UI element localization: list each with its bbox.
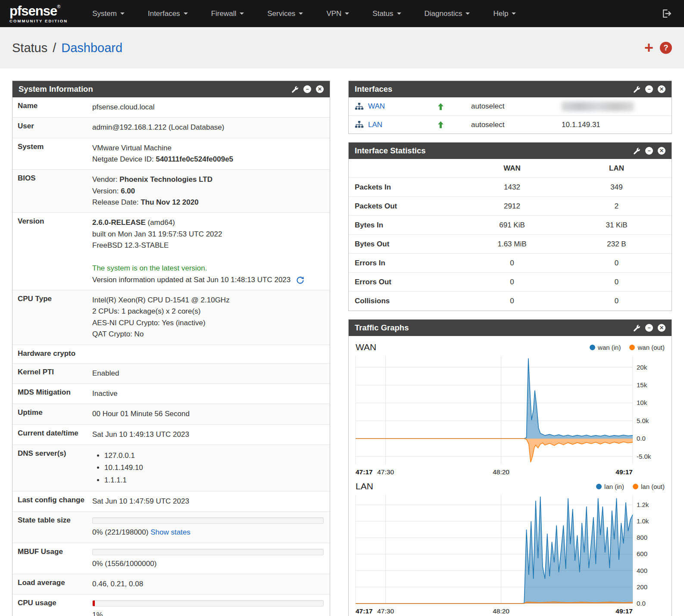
mbuf-text: 0% (1556/1000000)	[92, 560, 156, 568]
row-label: Bytes Out	[355, 240, 462, 249]
close-icon[interactable]: ✕	[316, 85, 324, 93]
minimize-icon[interactable]: −	[303, 85, 311, 93]
show-states-link[interactable]: Show states	[150, 528, 191, 536]
main-menu: System Interfaces Firewall Services VPN …	[81, 0, 528, 27]
cell-value: 0	[562, 278, 672, 286]
nav-item-status[interactable]: Status	[361, 0, 412, 27]
bios-value: Vendor: Phoenix Technologies LTD Version…	[92, 170, 330, 212]
wrench-icon[interactable]	[633, 324, 640, 332]
wan-ip-redacted	[562, 102, 634, 111]
nav-item-vpn[interactable]: VPN	[315, 0, 361, 27]
arrow-up-icon	[437, 103, 445, 111]
nav-label: Services	[267, 9, 295, 18]
column-header-wan: WAN	[462, 164, 562, 173]
nav-item-help[interactable]: Help	[481, 0, 528, 27]
nav-label: Firewall	[211, 9, 237, 18]
nav-item-services[interactable]: Services	[256, 0, 315, 27]
chevron-down-icon	[120, 12, 125, 15]
minimize-icon[interactable]: −	[645, 147, 653, 155]
wan-link[interactable]: WAN	[368, 102, 385, 111]
svg-text:49:17: 49:17	[615, 607, 633, 615]
row-label: Hardware crypto	[12, 345, 92, 363]
bios-vendor: Phoenix Technologies LTD	[119, 175, 212, 184]
legend-item: lan (out)	[633, 483, 665, 490]
table-row: State table size 0% (221/198000) Show st…	[12, 512, 330, 543]
mbuf-progressbar	[92, 549, 324, 555]
svg-text:47:30: 47:30	[377, 468, 394, 476]
nav-label: Status	[372, 9, 393, 18]
load-average-value: 0.46, 0.21, 0.08	[92, 574, 330, 594]
lan-traffic-chart: LAN lan (in)lan (out) 1.2k1.0k8006004002…	[355, 481, 665, 616]
table-row: System VMware Virtual Machine Netgate De…	[12, 138, 330, 170]
add-widget-icon[interactable]: +	[644, 40, 653, 56]
breadcrumb-separator: /	[53, 41, 56, 55]
row-label: Name	[12, 97, 92, 117]
wrench-icon[interactable]	[633, 147, 640, 155]
cell-value: 0	[462, 259, 562, 268]
minimize-icon[interactable]: −	[645, 324, 653, 332]
interface-row-lan: LAN autoselect 10.1.149.31	[349, 116, 672, 134]
svg-text:20k: 20k	[637, 364, 647, 371]
svg-text:47:30: 47:30	[377, 607, 394, 615]
panel-title: Interface Statistics	[355, 146, 426, 156]
legend-dot-icon	[633, 484, 638, 489]
row-label: CPU Type	[12, 290, 92, 344]
row-label: Collisions	[355, 297, 462, 305]
table-row: Name pfsense.cloud.local	[12, 97, 330, 118]
row-label: Bytes In	[355, 221, 462, 230]
lan-link[interactable]: LAN	[368, 121, 382, 129]
cell-value: 1.63 MiB	[462, 240, 562, 249]
table-row: Packets Out 2912 2	[349, 197, 672, 216]
breadcrumb-page-link[interactable]: Dashboard	[61, 41, 122, 55]
panel-title: System Information	[19, 84, 93, 94]
wrench-icon[interactable]	[291, 86, 299, 93]
chart-title: LAN	[356, 481, 373, 492]
interfaces-panel: Interfaces − ✕ WAN autoselect	[348, 81, 672, 134]
table-row: Bytes Out 1.63 MiB 232 B	[349, 235, 672, 254]
help-icon[interactable]: ?	[660, 42, 672, 54]
nav-label: System	[92, 9, 117, 18]
cell-value: 2	[562, 202, 672, 211]
pfsense-logo[interactable]: pfsense® COMMUNITY EDITION	[9, 4, 68, 23]
table-row: Hardware crypto	[12, 345, 330, 364]
hostname-value: pfsense.cloud.local	[92, 97, 330, 117]
panel-title: Interfaces	[355, 84, 392, 94]
svg-text:-5.0k: -5.0k	[637, 453, 651, 460]
lan-media: autoselect	[471, 121, 562, 129]
minimize-icon[interactable]: −	[645, 85, 653, 93]
close-icon[interactable]: ✕	[658, 324, 665, 332]
bios-release-date: Thu Nov 12 2020	[141, 198, 198, 206]
row-label: State table size	[12, 512, 92, 542]
user-value: admin@192.168.1.212 (Local Database)	[92, 118, 330, 137]
wrench-icon[interactable]	[633, 86, 640, 93]
cell-value: 0	[462, 278, 562, 286]
version-status: The system is on the latest version.	[92, 263, 324, 274]
interface-statistics-panel: Interface Statistics − ✕ WAN LAN Packets…	[348, 142, 672, 311]
nav-item-diagnostics[interactable]: Diagnostics	[413, 0, 482, 27]
cpu-usage-text: 1%	[92, 611, 103, 616]
svg-text:48:20: 48:20	[493, 607, 509, 615]
chevron-down-icon	[465, 12, 470, 15]
nav-item-interfaces[interactable]: Interfaces	[136, 0, 200, 27]
last-config-value: Sat Jun 10 1:47:59 UTC 2023	[92, 492, 330, 511]
chart-title: WAN	[356, 342, 376, 352]
svg-text:47:17: 47:17	[356, 468, 373, 476]
close-icon[interactable]: ✕	[658, 147, 665, 155]
cell-value: 1432	[462, 183, 562, 192]
refresh-icon[interactable]	[296, 276, 304, 284]
svg-text:15k: 15k	[637, 381, 647, 389]
row-label: Current date/time	[12, 425, 92, 445]
legend-item: wan (in)	[590, 344, 621, 351]
version-value: 2.6.0-RELEASE (amd64) built on Mon Jan 3…	[92, 213, 330, 290]
nav-item-firewall[interactable]: Firewall	[200, 0, 256, 27]
nav-item-system[interactable]: System	[81, 0, 136, 27]
svg-text:47:17: 47:17	[356, 607, 373, 615]
system-information-table: Name pfsense.cloud.local User admin@192.…	[12, 97, 330, 616]
version-arch: (amd64)	[148, 218, 175, 227]
dns-servers-value: 127.0.0.1 10.1.149.10 1.1.1.1	[92, 445, 330, 491]
cell-value: 691 KiB	[462, 221, 562, 230]
close-icon[interactable]: ✕	[658, 85, 665, 93]
sign-out-icon[interactable]	[659, 8, 675, 19]
arrow-up-icon	[437, 121, 445, 129]
table-row: CPU usage 1%	[12, 594, 330, 616]
